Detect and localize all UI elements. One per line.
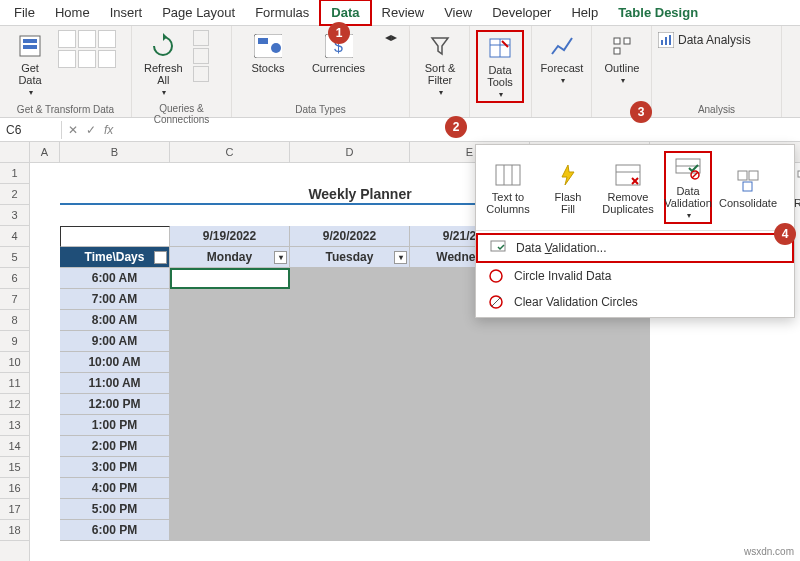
time-cell: 10:00 AM bbox=[60, 352, 170, 373]
outline-button[interactable]: Outline▾ bbox=[598, 30, 646, 87]
data-validation-split-button[interactable]: Data Validation▾ bbox=[664, 151, 712, 224]
row-hdr-1[interactable]: 1 bbox=[0, 163, 29, 184]
get-data-icon bbox=[16, 32, 44, 60]
menu-circle-invalid[interactable]: Circle Invalid Data bbox=[476, 263, 794, 289]
planner-cell[interactable] bbox=[170, 373, 290, 394]
planner-cell[interactable] bbox=[530, 499, 650, 520]
planner-cell[interactable] bbox=[170, 499, 290, 520]
planner-cell[interactable] bbox=[290, 520, 410, 541]
data-tools-button[interactable]: Data Tools▾ bbox=[476, 30, 524, 103]
tab-file[interactable]: File bbox=[4, 1, 45, 24]
planner-cell[interactable] bbox=[410, 352, 530, 373]
planner-cell[interactable] bbox=[530, 331, 650, 352]
tab-help[interactable]: Help bbox=[561, 1, 608, 24]
planner-cell[interactable] bbox=[290, 289, 410, 310]
svg-rect-18 bbox=[669, 35, 671, 45]
svg-rect-13 bbox=[624, 38, 630, 44]
planner-cell[interactable] bbox=[290, 394, 410, 415]
watermark: wsxdn.com bbox=[744, 546, 794, 557]
outline-icon bbox=[608, 32, 636, 60]
planner-cell[interactable] bbox=[410, 478, 530, 499]
planner-cell[interactable] bbox=[530, 415, 650, 436]
refresh-all-button[interactable]: Refresh All▾ bbox=[138, 30, 189, 99]
tab-data[interactable]: Data bbox=[319, 0, 371, 26]
fx-cancel-icon[interactable]: ✕ bbox=[68, 123, 78, 137]
tab-page-layout[interactable]: Page Layout bbox=[152, 1, 245, 24]
planner-cell[interactable] bbox=[170, 520, 290, 541]
consolidate-icon bbox=[734, 167, 762, 195]
menu-clear-circles[interactable]: Clear Validation Circles bbox=[476, 289, 794, 315]
tab-insert[interactable]: Insert bbox=[100, 1, 153, 24]
date-header: 9/19/2022 bbox=[170, 226, 290, 247]
tab-view[interactable]: View bbox=[434, 1, 482, 24]
data-tools-icon bbox=[486, 34, 514, 62]
get-data-small-icons[interactable] bbox=[58, 30, 116, 68]
planner-cell[interactable] bbox=[170, 310, 290, 331]
planner-cell[interactable] bbox=[170, 478, 290, 499]
time-cell: 4:00 PM bbox=[60, 478, 170, 499]
svg-rect-17 bbox=[665, 37, 667, 45]
planner-cell[interactable] bbox=[290, 436, 410, 457]
svg-rect-4 bbox=[258, 38, 268, 44]
planner-cell[interactable] bbox=[290, 331, 410, 352]
tab-home[interactable]: Home bbox=[45, 1, 100, 24]
menu-data-validation[interactable]: Data Validation... bbox=[476, 233, 794, 263]
time-cell: 12:00 PM bbox=[60, 394, 170, 415]
planner-cell[interactable] bbox=[530, 352, 650, 373]
planner-cell[interactable] bbox=[170, 268, 290, 289]
planner-cell[interactable] bbox=[410, 415, 530, 436]
planner-cell[interactable] bbox=[410, 499, 530, 520]
refresh-icon bbox=[149, 32, 177, 60]
planner-cell[interactable] bbox=[290, 268, 410, 289]
planner-cell[interactable] bbox=[290, 352, 410, 373]
sort-filter-icon bbox=[426, 32, 454, 60]
get-data-button[interactable]: Get Data▾ bbox=[6, 30, 54, 99]
data-analysis-button[interactable]: Data Analysis bbox=[658, 32, 751, 48]
planner-cell[interactable] bbox=[170, 415, 290, 436]
tab-formulas[interactable]: Formulas bbox=[245, 1, 319, 24]
filter-dropdown-icon[interactable]: ▾ bbox=[154, 251, 167, 264]
planner-cell[interactable] bbox=[170, 394, 290, 415]
planner-cell[interactable] bbox=[410, 373, 530, 394]
planner-cell[interactable] bbox=[170, 352, 290, 373]
planner-cell[interactable] bbox=[530, 457, 650, 478]
planner-cell[interactable] bbox=[530, 478, 650, 499]
planner-cell[interactable] bbox=[290, 415, 410, 436]
remove-duplicates-button[interactable]: Remove Duplicates bbox=[604, 151, 652, 224]
planner-cell[interactable] bbox=[530, 394, 650, 415]
fx-icon[interactable]: fx bbox=[104, 123, 113, 137]
planner-cell[interactable] bbox=[410, 331, 530, 352]
planner-cell[interactable] bbox=[290, 478, 410, 499]
planner-cell[interactable] bbox=[290, 310, 410, 331]
group-get-transform: Get & Transform Data bbox=[4, 102, 127, 117]
tab-review[interactable]: Review bbox=[372, 1, 435, 24]
fx-enter-icon[interactable]: ✓ bbox=[86, 123, 96, 137]
consolidate-button[interactable]: Consolidate bbox=[724, 151, 772, 224]
planner-cell[interactable] bbox=[290, 373, 410, 394]
planner-cell[interactable] bbox=[170, 436, 290, 457]
planner-cell[interactable] bbox=[170, 331, 290, 352]
relationships-button[interactable]: Relati bbox=[784, 151, 800, 224]
day-header[interactable]: Monday▾ bbox=[170, 247, 290, 268]
planner-cell[interactable] bbox=[530, 436, 650, 457]
planner-cell[interactable] bbox=[410, 436, 530, 457]
data-validation-icon bbox=[674, 155, 702, 183]
planner-cell[interactable] bbox=[290, 499, 410, 520]
planner-cell[interactable] bbox=[170, 457, 290, 478]
planner-cell[interactable] bbox=[530, 520, 650, 541]
planner-cell[interactable] bbox=[410, 457, 530, 478]
tab-developer[interactable]: Developer bbox=[482, 1, 561, 24]
planner-cell[interactable] bbox=[290, 457, 410, 478]
planner-cell[interactable] bbox=[530, 373, 650, 394]
sort-filter-button[interactable]: Sort & Filter▾ bbox=[416, 30, 464, 99]
forecast-button[interactable]: Forecast▾ bbox=[538, 30, 586, 87]
planner-cell[interactable] bbox=[410, 394, 530, 415]
text-to-columns-button[interactable]: Text to Columns bbox=[484, 151, 532, 224]
corner-header[interactable]: Time\Days▾ bbox=[60, 247, 170, 268]
flash-fill-button[interactable]: Flash Fill bbox=[544, 151, 592, 224]
tab-table-design[interactable]: Table Design bbox=[608, 1, 708, 24]
stocks-button[interactable]: Stocks bbox=[244, 30, 292, 76]
name-box[interactable]: C6 bbox=[0, 121, 62, 139]
planner-cell[interactable] bbox=[410, 520, 530, 541]
planner-cell[interactable] bbox=[170, 289, 290, 310]
